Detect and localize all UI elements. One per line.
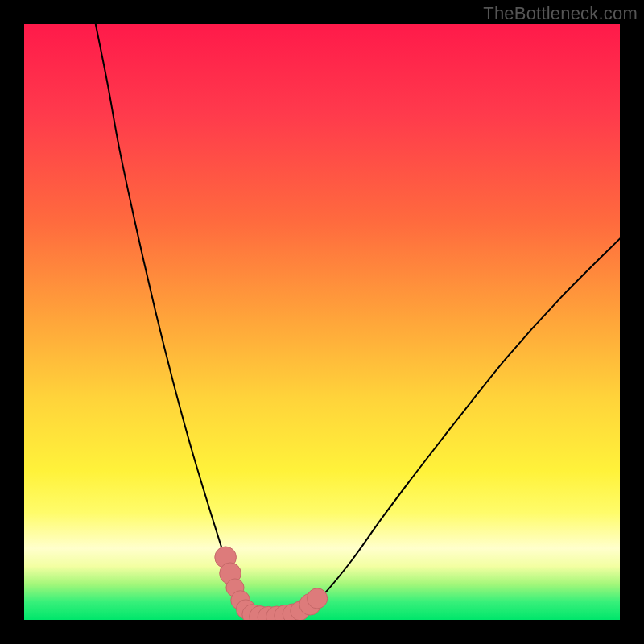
plot-area <box>24 24 620 620</box>
watermark-text: TheBottleneck.com <box>483 3 638 24</box>
curve-layer <box>24 24 620 620</box>
bead-marker <box>308 588 328 609</box>
bottleneck-curve <box>96 24 620 618</box>
chart-stage: TheBottleneck.com <box>0 0 644 644</box>
bead-group <box>215 547 328 620</box>
